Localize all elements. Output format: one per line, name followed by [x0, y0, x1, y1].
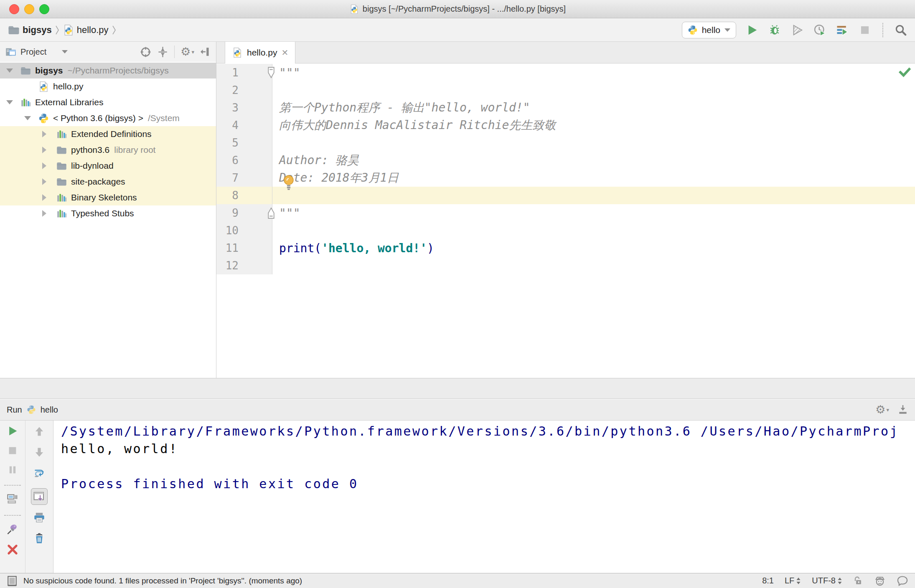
fold-region-start-icon[interactable] — [267, 66, 276, 79]
breadcrumb-file[interactable]: hello.py — [77, 25, 109, 35]
tab-label: hello.py — [247, 48, 277, 58]
tree-item-suffix: ~/PycharmProjects/bigsys — [68, 66, 169, 76]
code-line-6[interactable]: 6Author: 骆昊 — [216, 152, 915, 169]
line-number[interactable]: 4 — [216, 117, 272, 134]
toolwindow-toggle-icon[interactable] — [7, 575, 18, 586]
code-line-8[interactable]: 8 — [216, 187, 915, 204]
code-line-9[interactable]: 9""" — [216, 204, 915, 222]
line-number[interactable]: 11 — [216, 239, 272, 257]
scroll-to-end-button[interactable] — [31, 488, 48, 505]
run-button[interactable] — [745, 23, 759, 37]
run-panel-title[interactable]: Run — [7, 405, 22, 415]
tree-item-python-3-6-bigsys[interactable]: < Python 3.6 (bigsys) >/System — [0, 110, 216, 126]
collapsed-arrow-icon[interactable] — [38, 194, 56, 201]
line-number[interactable]: 10 — [216, 222, 272, 239]
search-everywhere-icon[interactable] — [894, 23, 907, 37]
hide-panel-down-icon[interactable] — [897, 404, 908, 415]
soft-wrap-icon[interactable] — [33, 467, 45, 479]
tree-item-extended-definitions[interactable]: Extended Definitions — [0, 126, 216, 142]
tree-item-external-libraries[interactable]: External Libraries — [0, 94, 216, 110]
code-line-7[interactable]: 7Date: 2018年3月1日 — [216, 169, 915, 187]
encoding-selector[interactable]: UTF-8 — [812, 576, 842, 585]
editor-run-splitter[interactable] — [0, 378, 915, 399]
print-icon[interactable] — [33, 512, 45, 523]
rerun-icon[interactable] — [7, 426, 18, 436]
locate-icon[interactable] — [140, 46, 151, 58]
expanded-arrow-icon[interactable] — [20, 116, 38, 120]
run-with-coverage-button[interactable] — [790, 23, 804, 37]
tree-item-suffix: library root — [114, 145, 155, 155]
tree-item-site-packages[interactable]: site-packages — [0, 174, 216, 190]
inspections-ok-icon[interactable] — [898, 66, 911, 79]
close-icon[interactable] — [7, 544, 18, 555]
line-number[interactable]: 1 — [216, 64, 272, 81]
zoom-window-button[interactable] — [39, 4, 49, 14]
settings-gear-icon[interactable]: ⚙▾ — [180, 46, 194, 58]
feedback-bubble-icon[interactable] — [897, 575, 908, 587]
line-number[interactable]: 8 — [216, 187, 272, 204]
line-separator-selector[interactable]: LF — [785, 576, 801, 585]
library-icon — [20, 97, 31, 108]
collapsed-arrow-icon[interactable] — [38, 131, 56, 137]
run-tab-config-name[interactable]: hello — [41, 405, 58, 415]
collapsed-arrow-icon[interactable] — [38, 210, 56, 217]
tree-item-lib-dynload[interactable]: lib-dynload — [0, 158, 216, 174]
run-configuration-select[interactable]: hello — [682, 22, 736, 38]
profiler-button[interactable] — [813, 23, 826, 37]
hide-panel-icon[interactable] — [200, 46, 211, 57]
code-line-10[interactable]: 10 — [216, 222, 915, 239]
code-line-11[interactable]: 11print('hello, world!') — [216, 239, 915, 257]
tree-item-binary-skeletons[interactable]: Binary Skeletons — [0, 190, 216, 205]
code-line-3[interactable]: 3第一个Python程序 - 输出"hello, world!" — [216, 99, 915, 117]
close-tab-icon[interactable]: ✕ — [281, 48, 288, 58]
collapse-all-icon[interactable] — [157, 46, 168, 58]
fold-region-end-icon[interactable] — [267, 207, 276, 219]
settings-gear-icon[interactable]: ⚙▾ — [875, 404, 889, 416]
status-message: No suspicious code found. 1 files proces… — [23, 576, 302, 585]
line-number[interactable]: 3 — [216, 99, 272, 117]
line-number[interactable]: 9 — [216, 204, 272, 222]
more-options[interactable]: >> — [6, 570, 19, 573]
chevron-right-icon — [54, 25, 60, 35]
tree-item-typeshed-stubs[interactable]: Typeshed Stubs — [0, 205, 216, 221]
folder-icon — [56, 176, 67, 188]
hector-inspector-icon[interactable] — [874, 575, 886, 587]
debug-button[interactable] — [768, 23, 781, 37]
code-line-12[interactable]: 12 — [216, 257, 915, 274]
close-window-button[interactable] — [9, 4, 19, 14]
intention-bulb-icon[interactable] — [282, 175, 295, 190]
tree-item-hello-py[interactable]: hello.py — [0, 79, 216, 94]
collapsed-arrow-icon[interactable] — [38, 147, 56, 153]
run-toolbar: hello — [682, 22, 907, 38]
line-number[interactable]: 7 — [216, 169, 272, 187]
tab-hello-py[interactable]: hello.py ✕ — [225, 42, 295, 63]
code-editor[interactable]: 1"""23第一个Python程序 - 输出"hello, world!"4向伟… — [216, 63, 915, 378]
breadcrumb-project[interactable]: bigsys — [23, 25, 52, 35]
line-number[interactable]: 2 — [216, 81, 272, 99]
lock-icon[interactable] — [853, 576, 863, 586]
line-number[interactable]: 12 — [216, 257, 272, 274]
chevron-down-icon[interactable] — [61, 50, 68, 54]
tree-item-python3-6[interactable]: python3.6library root — [0, 142, 216, 158]
tree-item-bigsys[interactable]: bigsys~/PycharmProjects/bigsys — [0, 63, 216, 79]
project-panel-title[interactable]: Project — [20, 47, 46, 57]
code-line-4[interactable]: 4向伟大的Dennis MacAlistair Ritchie先生致敬 — [216, 117, 915, 134]
collapsed-arrow-icon[interactable] — [38, 162, 56, 169]
line-number[interactable]: 5 — [216, 134, 272, 152]
code-line-1[interactable]: 1""" — [216, 64, 915, 81]
console-line: hello, world! — [61, 441, 915, 459]
python-icon — [26, 405, 36, 415]
concurrency-diagram-icon[interactable] — [836, 23, 849, 37]
collapsed-arrow-icon[interactable] — [38, 178, 56, 185]
code-line-5[interactable]: 5 — [216, 134, 915, 152]
line-number[interactable]: 6 — [216, 152, 272, 169]
expanded-arrow-icon[interactable] — [2, 100, 20, 104]
clear-all-icon[interactable] — [33, 532, 45, 544]
run-console[interactable]: /System/Library/Frameworks/Python.framew… — [53, 421, 915, 573]
caret-position[interactable]: 8:1 — [762, 576, 774, 585]
expanded-arrow-icon[interactable] — [2, 68, 20, 73]
restore-layout-icon[interactable] — [7, 493, 18, 505]
code-line-2[interactable]: 2 — [216, 81, 915, 99]
minimize-window-button[interactable] — [24, 4, 34, 14]
pin-tab-icon[interactable] — [7, 523, 18, 535]
